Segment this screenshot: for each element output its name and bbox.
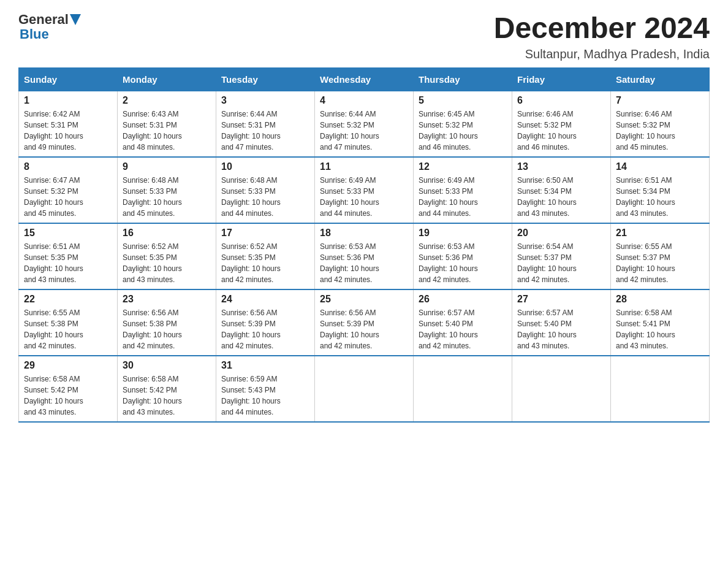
calendar-week-row: 15Sunrise: 6:51 AMSunset: 5:35 PMDayligh… — [19, 223, 710, 289]
day-info: Sunrise: 6:42 AMSunset: 5:31 PMDaylight:… — [24, 109, 112, 153]
day-number: 15 — [24, 228, 112, 239]
calendar-day-cell: 25Sunrise: 6:56 AMSunset: 5:39 PMDayligh… — [315, 289, 414, 356]
calendar-day-cell: 21Sunrise: 6:55 AMSunset: 5:37 PMDayligh… — [611, 223, 710, 289]
day-number: 7 — [616, 95, 704, 106]
day-info: Sunrise: 6:57 AMSunset: 5:40 PMDaylight:… — [419, 307, 507, 351]
day-number: 1 — [24, 95, 112, 106]
calendar-day-cell: 1Sunrise: 6:42 AMSunset: 5:31 PMDaylight… — [19, 91, 118, 157]
calendar-week-row: 1Sunrise: 6:42 AMSunset: 5:31 PMDaylight… — [19, 91, 710, 157]
calendar-day-cell — [315, 356, 414, 422]
day-info: Sunrise: 6:56 AMSunset: 5:39 PMDaylight:… — [221, 307, 309, 351]
day-info: Sunrise: 6:58 AMSunset: 5:42 PMDaylight:… — [24, 373, 112, 418]
day-number: 20 — [517, 228, 605, 239]
day-number: 6 — [517, 95, 605, 106]
calendar-day-cell: 26Sunrise: 6:57 AMSunset: 5:40 PMDayligh… — [414, 289, 512, 356]
calendar-day-cell: 22Sunrise: 6:55 AMSunset: 5:38 PMDayligh… — [19, 289, 118, 356]
weekday-header-cell: Wednesday — [315, 67, 414, 91]
day-number: 26 — [419, 294, 507, 305]
calendar-day-cell: 18Sunrise: 6:53 AMSunset: 5:36 PMDayligh… — [315, 223, 414, 289]
svg-marker-0 — [70, 14, 81, 25]
day-number: 24 — [221, 294, 309, 305]
calendar-day-cell: 13Sunrise: 6:50 AMSunset: 5:34 PMDayligh… — [512, 157, 611, 223]
calendar-week-row: 8Sunrise: 6:47 AMSunset: 5:32 PMDaylight… — [19, 157, 710, 223]
calendar-week-row: 29Sunrise: 6:58 AMSunset: 5:42 PMDayligh… — [19, 356, 710, 422]
day-info: Sunrise: 6:46 AMSunset: 5:32 PMDaylight:… — [517, 109, 605, 153]
day-number: 9 — [123, 161, 211, 172]
day-number: 21 — [616, 228, 704, 239]
calendar-day-cell: 2Sunrise: 6:43 AMSunset: 5:31 PMDaylight… — [118, 91, 216, 157]
calendar-day-cell: 14Sunrise: 6:51 AMSunset: 5:34 PMDayligh… — [611, 157, 710, 223]
weekday-header-cell: Saturday — [611, 67, 710, 91]
calendar-day-cell: 15Sunrise: 6:51 AMSunset: 5:35 PMDayligh… — [19, 223, 118, 289]
logo: General Blue — [18, 12, 81, 42]
calendar-day-cell: 7Sunrise: 6:46 AMSunset: 5:32 PMDaylight… — [611, 91, 710, 157]
day-info: Sunrise: 6:52 AMSunset: 5:35 PMDaylight:… — [123, 241, 211, 285]
day-number: 22 — [24, 294, 112, 305]
calendar-day-cell: 3Sunrise: 6:44 AMSunset: 5:31 PMDaylight… — [216, 91, 315, 157]
calendar-day-cell: 23Sunrise: 6:56 AMSunset: 5:38 PMDayligh… — [118, 289, 216, 356]
day-info: Sunrise: 6:46 AMSunset: 5:32 PMDaylight:… — [616, 109, 704, 153]
day-info: Sunrise: 6:49 AMSunset: 5:33 PMDaylight:… — [320, 175, 408, 219]
month-title: December 2024 — [494, 12, 710, 45]
day-info: Sunrise: 6:56 AMSunset: 5:38 PMDaylight:… — [123, 307, 211, 351]
day-number: 19 — [419, 228, 507, 239]
day-info: Sunrise: 6:44 AMSunset: 5:31 PMDaylight:… — [221, 109, 309, 153]
calendar-day-cell: 12Sunrise: 6:49 AMSunset: 5:33 PMDayligh… — [414, 157, 512, 223]
day-number: 16 — [123, 228, 211, 239]
day-info: Sunrise: 6:51 AMSunset: 5:35 PMDaylight:… — [24, 241, 112, 285]
day-info: Sunrise: 6:48 AMSunset: 5:33 PMDaylight:… — [221, 175, 309, 219]
day-number: 11 — [320, 161, 408, 172]
page-header: General Blue December 2024 Sultanpur, Ma… — [18, 12, 710, 61]
day-info: Sunrise: 6:53 AMSunset: 5:36 PMDaylight:… — [419, 241, 507, 285]
calendar-day-cell: 17Sunrise: 6:52 AMSunset: 5:35 PMDayligh… — [216, 223, 315, 289]
calendar-day-cell: 9Sunrise: 6:48 AMSunset: 5:33 PMDaylight… — [118, 157, 216, 223]
calendar-day-cell: 4Sunrise: 6:44 AMSunset: 5:32 PMDaylight… — [315, 91, 414, 157]
day-number: 28 — [616, 294, 704, 305]
day-info: Sunrise: 6:47 AMSunset: 5:32 PMDaylight:… — [24, 175, 112, 219]
day-info: Sunrise: 6:48 AMSunset: 5:33 PMDaylight:… — [123, 175, 211, 219]
day-number: 10 — [221, 161, 309, 172]
day-number: 14 — [616, 161, 704, 172]
day-info: Sunrise: 6:45 AMSunset: 5:32 PMDaylight:… — [419, 109, 507, 153]
calendar-day-cell — [611, 356, 710, 422]
day-number: 13 — [517, 161, 605, 172]
calendar-week-row: 22Sunrise: 6:55 AMSunset: 5:38 PMDayligh… — [19, 289, 710, 356]
calendar-day-cell — [512, 356, 611, 422]
day-number: 3 — [221, 95, 309, 106]
day-info: Sunrise: 6:52 AMSunset: 5:35 PMDaylight:… — [221, 241, 309, 285]
day-info: Sunrise: 6:55 AMSunset: 5:37 PMDaylight:… — [616, 241, 704, 285]
day-info: Sunrise: 6:43 AMSunset: 5:31 PMDaylight:… — [123, 109, 211, 153]
day-info: Sunrise: 6:57 AMSunset: 5:40 PMDaylight:… — [517, 307, 605, 351]
logo-blue-text: Blue — [20, 27, 81, 42]
day-info: Sunrise: 6:55 AMSunset: 5:38 PMDaylight:… — [24, 307, 112, 351]
day-number: 27 — [517, 294, 605, 305]
calendar-day-cell: 28Sunrise: 6:58 AMSunset: 5:41 PMDayligh… — [611, 289, 710, 356]
calendar-day-cell: 10Sunrise: 6:48 AMSunset: 5:33 PMDayligh… — [216, 157, 315, 223]
day-number: 17 — [221, 228, 309, 239]
calendar-day-cell: 31Sunrise: 6:59 AMSunset: 5:43 PMDayligh… — [216, 356, 315, 422]
weekday-header-cell: Sunday — [19, 67, 118, 91]
day-info: Sunrise: 6:59 AMSunset: 5:43 PMDaylight:… — [221, 373, 309, 418]
calendar-day-cell: 27Sunrise: 6:57 AMSunset: 5:40 PMDayligh… — [512, 289, 611, 356]
day-info: Sunrise: 6:50 AMSunset: 5:34 PMDaylight:… — [517, 175, 605, 219]
location-text: Sultanpur, Madhya Pradesh, India — [494, 47, 710, 61]
day-info: Sunrise: 6:56 AMSunset: 5:39 PMDaylight:… — [320, 307, 408, 351]
day-info: Sunrise: 6:54 AMSunset: 5:37 PMDaylight:… — [517, 241, 605, 285]
day-number: 18 — [320, 228, 408, 239]
day-number: 4 — [320, 95, 408, 106]
day-number: 30 — [123, 360, 211, 371]
logo-general-text: General — [18, 12, 69, 27]
day-info: Sunrise: 6:51 AMSunset: 5:34 PMDaylight:… — [616, 175, 704, 219]
calendar-day-cell: 24Sunrise: 6:56 AMSunset: 5:39 PMDayligh… — [216, 289, 315, 356]
day-number: 31 — [221, 360, 309, 371]
calendar-day-cell: 5Sunrise: 6:45 AMSunset: 5:32 PMDaylight… — [414, 91, 512, 157]
day-info: Sunrise: 6:53 AMSunset: 5:36 PMDaylight:… — [320, 241, 408, 285]
calendar-day-cell: 30Sunrise: 6:58 AMSunset: 5:42 PMDayligh… — [118, 356, 216, 422]
calendar-day-cell: 11Sunrise: 6:49 AMSunset: 5:33 PMDayligh… — [315, 157, 414, 223]
day-info: Sunrise: 6:44 AMSunset: 5:32 PMDaylight:… — [320, 109, 408, 153]
calendar-day-cell — [414, 356, 512, 422]
calendar-day-cell: 19Sunrise: 6:53 AMSunset: 5:36 PMDayligh… — [414, 223, 512, 289]
calendar-day-cell: 8Sunrise: 6:47 AMSunset: 5:32 PMDaylight… — [19, 157, 118, 223]
weekday-header-cell: Tuesday — [216, 67, 315, 91]
weekday-header-cell: Monday — [118, 67, 216, 91]
